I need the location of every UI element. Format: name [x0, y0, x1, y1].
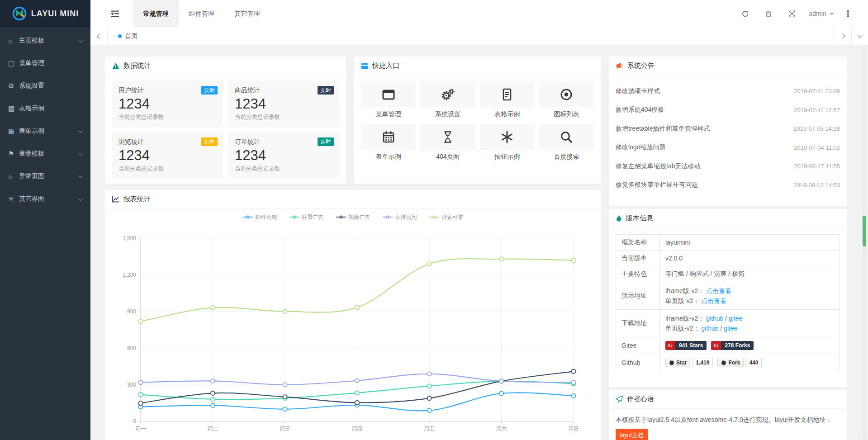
line-chart: 03006009001,2001,500周一周二周三周四周五周六周日: [105, 225, 601, 440]
octocat-icon: [669, 360, 674, 365]
announcement-row: 修复多模块菜单栏展开有问题 2019-06-13 14:53: [616, 176, 840, 195]
chevron-down-icon: [78, 128, 83, 133]
gitee-stars-badge[interactable]: G941 Stars: [665, 341, 707, 350]
legend-item-union-ads[interactable]: 联盟广告: [289, 213, 324, 221]
asterisk-icon: ✳: [8, 195, 19, 203]
version-panel: 版本信息 框架名称 layuimini 当前版本 v2.0.0 主要特色 零门槛…: [609, 209, 847, 387]
trash-icon[interactable]: [757, 0, 780, 27]
header-nav: 常规管理 组件管理 其它管理: [133, 0, 270, 27]
chart-legend: 邮件营销 联盟广告 视频广告 直接访问 搜索引擎: [105, 209, 601, 225]
sidebar-item-other-ui[interactable]: ✳ 其它界面: [0, 188, 90, 210]
github-link[interactable]: github: [706, 315, 723, 322]
quick-item-form[interactable]: 表单示例: [361, 124, 416, 161]
user-menu[interactable]: admin: [804, 0, 839, 27]
sidebar-item-system-settings[interactable]: ⚙ 系统设置: [0, 75, 90, 97]
more-options-icon[interactable]: [839, 0, 857, 27]
sidebar-item-menu-management[interactable]: ▢ 菜单管理: [0, 52, 90, 75]
sidebar-item-form-example[interactable]: ▦ 表单示例: [0, 120, 90, 142]
github-star-button[interactable]: Star 1,419: [665, 358, 713, 367]
quick-item-buttons[interactable]: 按钮示例: [480, 124, 535, 161]
svg-text:900: 900: [127, 308, 136, 315]
svg-text:1,200: 1,200: [123, 272, 136, 278]
quick-item-search[interactable]: 百度搜索: [539, 124, 594, 161]
legend-marker: [289, 217, 299, 218]
table-row: 演示地址 iframe版-v2： 点击查看 单页版-v2： 点击查看: [616, 282, 840, 310]
github-fork-button[interactable]: Fork 440: [717, 358, 762, 367]
quick-item-404[interactable]: 404页面: [420, 124, 475, 161]
sidebar-toggle-icon[interactable]: [107, 0, 123, 27]
sidebar-item-home-template[interactable]: ⌂ 主页模板: [0, 29, 90, 52]
quick-item-table[interactable]: 表格示例: [480, 81, 535, 118]
quick-item-menu[interactable]: 菜单管理: [361, 81, 416, 118]
version-header: 版本信息: [609, 209, 847, 228]
nav-tab-other[interactable]: 其它管理: [224, 0, 270, 27]
gitee-link[interactable]: gitee: [729, 315, 742, 322]
svg-text:周五: 周五: [424, 426, 435, 432]
legend-item-search-engine[interactable]: 搜索引擎: [429, 213, 464, 221]
app-logo: LAYUI MINI: [0, 0, 90, 27]
github-fork-count: 440: [745, 358, 762, 367]
download-line-spa: 单页版-v2： github / gitee: [665, 323, 834, 333]
announcement-row: 修改logo缩放问题 2019-07-04 11:02: [616, 138, 840, 157]
sidebar-item-login-template[interactable]: ⚑ 登录模板: [0, 142, 90, 165]
tab-home[interactable]: 首页: [108, 27, 148, 45]
realtime-badge: 实时: [201, 86, 218, 95]
quick-entry-header: 快捷入口: [354, 57, 601, 76]
table-row: 下载地址 iframe版-v2： github / gitee 单页版-v2： …: [616, 310, 840, 337]
legend-marker: [336, 217, 346, 218]
stat-value: 1234: [119, 96, 217, 112]
line-chart-icon: [112, 196, 119, 203]
layui-doc-badge[interactable]: layui文档: [616, 429, 648, 440]
fullscreen-icon[interactable]: [780, 0, 804, 27]
panel-title: 作者心语: [627, 395, 654, 403]
stat-card-orders: 订单统计 实时 1234 当前分类总记录数: [228, 132, 339, 179]
demo-link[interactable]: 点击查看: [701, 297, 726, 304]
nav-tab-components[interactable]: 组件管理: [179, 0, 224, 27]
legend-item-email[interactable]: 邮件营销: [243, 213, 277, 221]
github-link[interactable]: github: [701, 325, 718, 332]
dot-circle-icon: [560, 88, 573, 101]
credit-card-icon: [361, 63, 368, 69]
gitee-link[interactable]: gitee: [724, 325, 737, 332]
announcement-row: 修复左侧菜单缩放tab无法移动 2019-06-17 11:55: [616, 157, 840, 176]
scrollbar-thumb[interactable]: [863, 216, 866, 246]
gitee-logo-icon: G: [711, 341, 721, 350]
file-text-icon: [500, 88, 514, 101]
quick-item-icons[interactable]: 图标列表: [539, 81, 594, 118]
author-line1: 本模板基于layui2.5.4以及font-awesome-4.7.0进行实现。…: [616, 414, 840, 426]
report-panel-header: 报表统计: [105, 190, 601, 209]
announcements-header: 系统公告: [609, 57, 847, 76]
refresh-icon[interactable]: [733, 0, 757, 27]
svg-text:周三: 周三: [280, 426, 290, 432]
panel-title: 版本信息: [626, 214, 653, 222]
gitee-forks-badge[interactable]: G278 Forks: [711, 341, 754, 350]
fire-icon: [616, 215, 622, 222]
sidebar-item-error-pages[interactable]: ⌂ 异常页面: [0, 165, 90, 188]
announcements-list: 修改选项卡样式 2019-07-11 23:06 新增系统404模板 2019-…: [609, 76, 847, 194]
quick-entry-panel: 快捷入口 菜单管理 系统设置 表格示例 图标列表 表单示例 404页面 按钮: [354, 57, 601, 184]
tab-scroll-left-button[interactable]: [90, 27, 108, 45]
svg-text:1,500: 1,500: [123, 235, 136, 241]
legend-item-video-ads[interactable]: 视频广告: [336, 213, 370, 221]
svg-text:周日: 周日: [568, 426, 579, 432]
realtime-badge: 实时: [201, 137, 218, 146]
quick-item-settings[interactable]: 系统设置: [420, 81, 475, 118]
legend-item-direct[interactable]: 直接访问: [383, 213, 417, 221]
stats-panel: 数据统计 用户统计 实时 1234 当前分类总记录数 商品统计 实时 1234 …: [105, 57, 346, 184]
demo-link[interactable]: 点击查看: [706, 287, 731, 294]
asterisk-icon: [500, 130, 514, 144]
legend-marker: [429, 217, 439, 218]
tab-scroll-right-button[interactable]: [835, 27, 851, 45]
table-row: 当前版本 v2.0.0: [616, 251, 840, 266]
demo-line-spa: 单页版-v2： 点击查看: [665, 296, 834, 306]
flag-icon: ⚑: [8, 150, 19, 158]
file-icon: ▤: [8, 104, 19, 113]
announcements-panel: 系统公告 修改选项卡样式 2019-07-11 23:06 新增系统404模板 …: [609, 57, 847, 206]
announcement-row: 新增系统404模板 2019-07-11 12:57: [616, 101, 840, 120]
tab-options-button[interactable]: [851, 27, 868, 45]
page-tabbar: 首页: [90, 27, 868, 45]
sidebar-item-table-example[interactable]: ▤ 表格示例: [0, 97, 90, 120]
gears-icon: ⚙: [8, 82, 19, 90]
sidebar-menu: ⌂ 主页模板 ▢ 菜单管理 ⚙ 系统设置 ▤ 表格示例 ▦ 表单示例 ⚑ 登录模…: [0, 27, 90, 210]
nav-tab-general[interactable]: 常规管理: [133, 0, 179, 27]
